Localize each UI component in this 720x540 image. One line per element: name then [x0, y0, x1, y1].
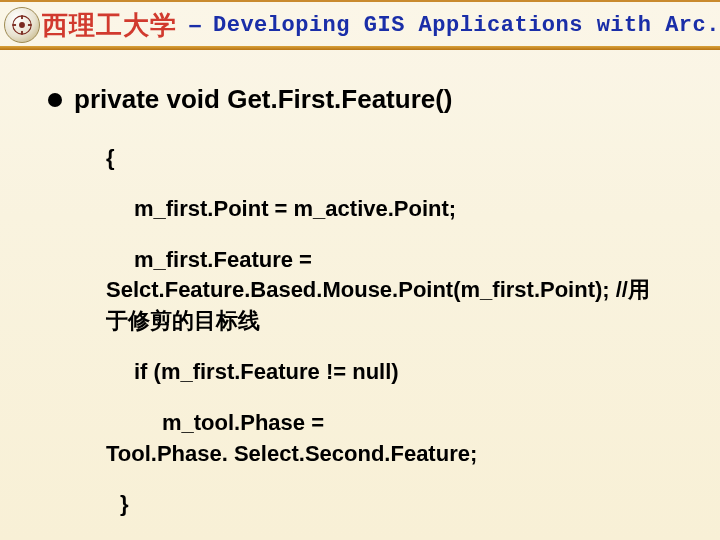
slide-header: 西理工大学 － Developing GIS Applications with…: [0, 0, 720, 48]
svg-point-1: [19, 22, 25, 28]
code-assign-feature-l2: Selct.Feature.Based.Mouse.Point(m_first.…: [106, 275, 690, 306]
code-close-brace: }: [106, 489, 690, 520]
slide-content: private void Get.First.Feature() { m_fir…: [0, 48, 720, 520]
code-open-brace: {: [106, 143, 690, 174]
university-logo: [4, 7, 40, 43]
code-block: { m_first.Point = m_active.Point; m_firs…: [48, 143, 690, 520]
code-assign-feature: m_first.Feature = Selct.Feature.Based.Mo…: [106, 245, 690, 337]
code-tool-phase-l2: Tool.Phase. Select.Second.Feature;: [106, 439, 690, 470]
header-university-name: 西理工大学: [42, 8, 177, 43]
bullet-text: private void Get.First.Feature(): [74, 84, 453, 115]
header-separator: －: [177, 9, 213, 41]
bullet-icon: [48, 93, 62, 107]
bullet-method-signature: private void Get.First.Feature(): [48, 84, 690, 115]
gear-emblem-icon: [11, 14, 33, 36]
code-tool-phase: m_tool.Phase = Tool.Phase. Select.Second…: [106, 408, 690, 470]
code-assign-feature-l3: 于修剪的目标线: [106, 306, 690, 337]
code-if: if (m_first.Feature != null): [106, 357, 690, 388]
code-tool-phase-l1: m_tool.Phase =: [106, 408, 690, 439]
svg-rect-3: [21, 31, 23, 35]
header-course-title: Developing GIS Applications with Arc.Obj…: [213, 13, 720, 38]
svg-rect-5: [28, 24, 32, 26]
header-underline: [0, 46, 720, 50]
svg-rect-4: [12, 24, 16, 26]
svg-rect-2: [21, 15, 23, 19]
code-assign-point: m_first.Point = m_active.Point;: [106, 194, 690, 225]
code-assign-feature-l1: m_first.Feature =: [106, 245, 690, 276]
